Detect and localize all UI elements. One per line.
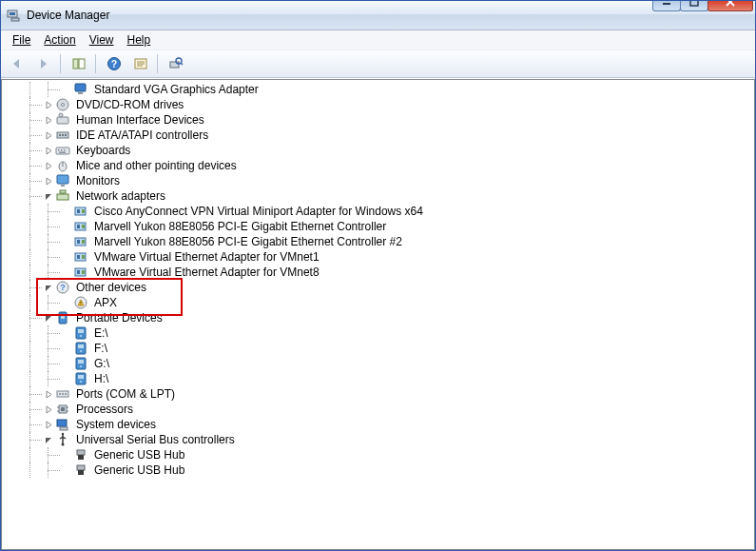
tree-item[interactable]: APX [2, 295, 754, 310]
expand-icon[interactable] [44, 173, 53, 188]
tree-item[interactable]: Keyboards [2, 143, 754, 158]
tree-item[interactable]: Mice and other pointing devices [2, 158, 754, 173]
disc-icon [55, 97, 70, 112]
svg-rect-2 [11, 18, 19, 21]
tree-leaf [62, 341, 71, 356]
tree-item[interactable]: Marvell Yukon 88E8056 PCI-E Gigabit Ethe… [2, 219, 754, 234]
collapse-icon[interactable] [44, 432, 53, 447]
tree-item-label: Marvell Yukon 88E8056 PCI-E Gigabit Ethe… [92, 219, 388, 234]
svg-text:?: ? [111, 59, 117, 69]
menu-file[interactable]: File [7, 30, 36, 49]
svg-rect-5 [73, 59, 78, 69]
drive-icon [73, 341, 88, 356]
drive-icon [73, 371, 88, 386]
tree-item[interactable]: Processors [2, 402, 754, 417]
expand-icon[interactable] [44, 112, 53, 128]
expand-icon[interactable] [44, 417, 53, 432]
close-button[interactable] [708, 0, 753, 11]
toolbar: ? [1, 50, 755, 78]
svg-rect-3 [663, 3, 670, 5]
tree-leaf [62, 249, 71, 265]
back-button[interactable] [5, 51, 29, 76]
tree-item[interactable]: Portable Devices [2, 310, 754, 325]
tree-item[interactable]: Human Interface Devices [2, 112, 754, 128]
tree-leaf [62, 265, 71, 280]
menu-help[interactable]: Help [122, 30, 157, 49]
tree-item-label: Standard VGA Graphics Adapter [92, 82, 261, 97]
tree-leaf [62, 462, 71, 478]
ide-icon [55, 128, 70, 143]
mouse-icon [55, 158, 70, 173]
tree-item[interactable]: Generic USB Hub [2, 447, 754, 462]
tree-item-label: Other devices [74, 280, 148, 295]
menubar: File Action View Help [1, 30, 755, 50]
expand-icon[interactable] [44, 386, 53, 402]
tree-item[interactable]: IDE ATA/ATAPI controllers [2, 128, 754, 143]
tree-item[interactable]: Monitors [2, 173, 754, 188]
tree-item[interactable]: Ports (COM & LPT) [2, 386, 754, 402]
expand-icon[interactable] [44, 128, 53, 143]
drive-icon [73, 356, 88, 371]
toolbar-separator [157, 54, 158, 73]
tree-item[interactable]: DVD/CD-ROM drives [2, 97, 754, 112]
tree-item-label: VMware Virtual Ethernet Adapter for VMne… [92, 265, 321, 280]
system-icon [55, 417, 70, 432]
tree-item[interactable]: VMware Virtual Ethernet Adapter for VMne… [2, 249, 754, 265]
nic-icon [73, 234, 88, 249]
titlebar[interactable]: Device Manager [1, 1, 755, 30]
usbdev-icon [73, 462, 88, 478]
cpu-icon [55, 402, 70, 417]
tree-item[interactable]: System devices [2, 417, 754, 432]
expand-icon[interactable] [44, 97, 53, 112]
nic-icon [73, 204, 88, 219]
tree-item-label: Portable Devices [74, 310, 165, 325]
tree-leaf [62, 447, 71, 462]
tree-item-label: E:\ [92, 325, 110, 341]
tree-item[interactable]: G:\ [2, 356, 754, 371]
ports-icon [55, 386, 70, 402]
tree-item[interactable]: Network adapters [2, 188, 754, 204]
usb-icon [55, 432, 70, 447]
tree-scroll[interactable]: Standard VGA Graphics AdapterDVD/CD-ROM … [2, 80, 754, 549]
app-icon [7, 8, 22, 23]
tree-item-label: Ports (COM & LPT) [74, 386, 177, 402]
nic-icon [73, 265, 88, 280]
tree-item[interactable]: E:\ [2, 325, 754, 341]
tree-item[interactable]: Standard VGA Graphics Adapter [2, 82, 754, 97]
tree-item-label: Network adapters [74, 188, 167, 204]
minimize-button[interactable] [652, 0, 681, 11]
collapse-icon[interactable] [44, 188, 53, 204]
tree-item-label: Processors [74, 402, 135, 417]
monitor-icon [55, 173, 70, 188]
tree-item[interactable]: H:\ [2, 371, 754, 386]
tree-item[interactable]: F:\ [2, 341, 754, 356]
forward-button[interactable] [31, 51, 56, 76]
tree-item[interactable]: Cisco AnyConnect VPN Virtual Miniport Ad… [2, 204, 754, 219]
client-area: Standard VGA Graphics AdapterDVD/CD-ROM … [1, 78, 755, 550]
collapse-icon[interactable] [44, 280, 53, 295]
tree-item[interactable]: Other devices [2, 280, 754, 295]
tree-item[interactable]: Marvell Yukon 88E8056 PCI-E Gigabit Ethe… [2, 234, 754, 249]
usbdev-icon [73, 447, 88, 462]
nic-icon [73, 219, 88, 234]
maximize-button[interactable] [680, 0, 708, 11]
menu-action[interactable]: Action [38, 30, 81, 49]
scan-hardware-button[interactable] [164, 51, 188, 76]
tree-item[interactable]: Universal Serial Bus controllers [2, 432, 754, 447]
properties-button[interactable] [128, 51, 153, 76]
collapse-icon[interactable] [44, 310, 53, 325]
device-tree[interactable]: Standard VGA Graphics AdapterDVD/CD-ROM … [2, 80, 754, 480]
expand-icon[interactable] [44, 143, 53, 158]
help-button[interactable]: ? [102, 51, 126, 76]
tree-item-label: System devices [74, 417, 158, 432]
tree-item[interactable]: Generic USB Hub [2, 462, 754, 478]
nic-icon [73, 249, 88, 265]
expand-icon[interactable] [44, 158, 53, 173]
network-icon [55, 188, 70, 204]
menu-view[interactable]: View [84, 30, 120, 49]
show-hide-tree-button[interactable] [67, 51, 91, 76]
tree-leaf [62, 356, 71, 371]
expand-icon[interactable] [44, 402, 53, 417]
tree-item[interactable]: VMware Virtual Ethernet Adapter for VMne… [2, 265, 754, 280]
tree-leaf [62, 204, 71, 219]
